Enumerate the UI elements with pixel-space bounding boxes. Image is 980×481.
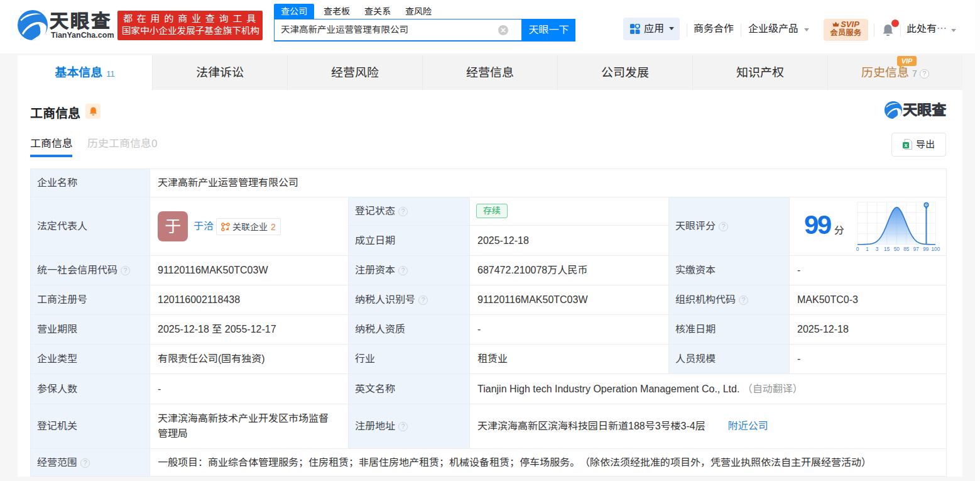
svg-text:x: x bbox=[904, 142, 907, 148]
svg-text:85: 85 bbox=[903, 246, 910, 252]
svg-text:99: 99 bbox=[923, 246, 929, 252]
svg-text:15: 15 bbox=[884, 246, 890, 252]
svg-text:1: 1 bbox=[866, 246, 869, 252]
svg-text:97: 97 bbox=[913, 246, 920, 252]
svg-text:0: 0 bbox=[856, 246, 859, 252]
svg-text:50: 50 bbox=[894, 246, 900, 252]
svg-text:3: 3 bbox=[876, 246, 879, 252]
svg-text:100: 100 bbox=[932, 246, 940, 252]
